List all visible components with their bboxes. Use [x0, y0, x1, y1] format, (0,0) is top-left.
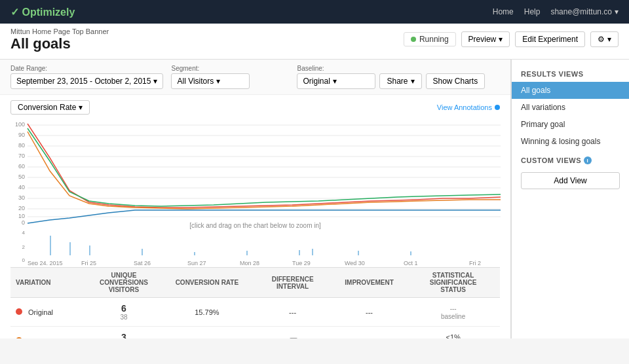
svg-text:Tue 29: Tue 29: [292, 260, 311, 265]
show-charts-button[interactable]: Show Charts: [426, 73, 486, 89]
gear-button[interactable]: ⚙ ▾: [590, 31, 619, 47]
svg-text:40: 40: [18, 184, 25, 191]
svg-rect-40: [312, 249, 313, 255]
share-button[interactable]: Share ▾: [379, 73, 421, 89]
variation-name: Original: [28, 308, 53, 316]
top-nav-right: Home Help shane@mittun.co ▾: [493, 7, 619, 16]
date-range-select[interactable]: September 23, 2015 - October 2, 2015 ▾: [10, 73, 163, 89]
svg-text:Sep 24, 2015: Sep 24, 2015: [28, 260, 63, 265]
date-chevron: ▾: [153, 77, 157, 86]
svg-text:50: 50: [18, 173, 25, 180]
variation-name-cell: Original: [10, 298, 87, 327]
segment-label: Segment:: [171, 65, 250, 72]
variation-name: Variation #1: [28, 337, 66, 339]
chart-svg: 100 90 80 70 60 50 40 30 20 10 0: [10, 118, 502, 227]
date-range-group: Date Range: September 23, 2015 - October…: [10, 65, 163, 89]
svg-text:80: 80: [18, 142, 25, 149]
table-row: Variation #1 3 28 10.71%: [10, 327, 500, 339]
svg-rect-38: [246, 251, 248, 255]
edit-experiment-button[interactable]: Edit Experiment: [515, 31, 585, 47]
preview-chevron: ▾: [499, 35, 503, 44]
status-badge: Running: [404, 32, 456, 46]
results-views-title: RESULTS VIEWS: [512, 67, 629, 82]
svg-text:10: 10: [18, 213, 25, 219]
svg-text:30: 30: [18, 194, 25, 201]
mini-chart-svg: 4 2 0 Sep 24, 2015 Fri 25: [10, 229, 502, 265]
diff-bar-svg: [267, 337, 319, 339]
user-menu[interactable]: shane@mittun.co ▾: [550, 7, 619, 16]
segment-value: All Visitors: [177, 77, 214, 86]
svg-rect-33: [50, 236, 51, 255]
col-conversions: UNIQUECONVERSIONSVISITORS: [87, 268, 161, 298]
preview-button[interactable]: Preview ▾: [461, 31, 510, 47]
col-improvement: IMPROVEMENT: [332, 268, 406, 298]
col-significance: STATISTICALSIGNIFICANCESTATUS: [406, 268, 500, 298]
share-chevron: ▾: [411, 77, 415, 86]
var-dot-red: [16, 308, 22, 315]
main-chart: 100 90 80 70 60 50 40 30 20 10 0: [10, 118, 500, 229]
chart-area: Conversion Rate ▾ View Annotations 100 9…: [0, 95, 510, 338]
svg-text:90: 90: [18, 132, 25, 138]
svg-rect-39: [299, 250, 300, 255]
variation-name-cell: Variation #1: [10, 327, 87, 339]
conversion-rate-cell: 10.71%: [161, 327, 253, 339]
col-variation: VARIATION: [10, 268, 87, 298]
svg-text:0: 0: [22, 257, 26, 263]
gear-chevron: ▾: [607, 35, 611, 44]
svg-text:20: 20: [18, 205, 25, 211]
sidebar-item-winning-losing[interactable]: Winning & losing goals: [512, 133, 629, 150]
baseline-select[interactable]: Original ▾: [297, 73, 375, 89]
segment-group: Segment: All Visitors ▾: [171, 65, 250, 89]
table-row: Original 6 38 15.79% --- --- ---baseline: [10, 298, 500, 327]
svg-text:100: 100: [15, 121, 25, 128]
segment-select[interactable]: All Visitors ▾: [171, 73, 250, 89]
date-range-label: Date Range:: [10, 65, 163, 72]
svg-text:Mon 28: Mon 28: [240, 260, 259, 265]
conversions-cell: 3 28: [87, 327, 161, 339]
svg-text:Fri 2: Fri 2: [469, 260, 481, 265]
svg-rect-42: [410, 251, 411, 255]
svg-rect-37: [194, 252, 195, 255]
svg-rect-35: [89, 246, 90, 255]
custom-views-title: CUSTOM VIEWS i: [512, 150, 629, 168]
conversions-cell: 6 38: [87, 298, 161, 327]
sidebar-item-primary-goal[interactable]: Primary goal: [512, 116, 629, 133]
add-view-button[interactable]: Add View: [521, 172, 620, 189]
col-diff-interval: DIFFERENCEINTERVAL: [253, 268, 332, 298]
sidebar-item-all-variations[interactable]: All variations: [512, 99, 629, 116]
view-annotations-link[interactable]: View Annotations: [437, 103, 500, 111]
significance-cell: ---baseline: [406, 298, 500, 327]
svg-text:Fri 25: Fri 25: [81, 260, 96, 265]
main-layout: Date Range: September 23, 2015 - October…: [0, 60, 629, 338]
experiment-name: Mittun Home Page Top Banner: [10, 27, 109, 35]
svg-text:Sun 27: Sun 27: [187, 260, 206, 265]
gear-icon: ⚙: [598, 35, 605, 44]
status-dot: [411, 37, 416, 42]
mini-chart: 4 2 0 Sep 24, 2015 Fri 25: [10, 229, 500, 267]
user-menu-chevron: ▾: [615, 7, 619, 16]
svg-rect-34: [69, 242, 71, 255]
segment-chevron: ▾: [216, 77, 220, 86]
svg-text:4: 4: [22, 230, 26, 236]
svg-rect-53: [290, 338, 297, 339]
significance-cell: <1% ~ 187 visitors remaining.: [406, 327, 500, 339]
baseline-value: Original: [303, 77, 330, 86]
svg-text:60: 60: [18, 163, 25, 170]
annotation-dot: [495, 105, 500, 110]
diff-interval-cell: ---: [253, 298, 332, 327]
home-link[interactable]: Home: [493, 7, 514, 16]
sidebar-item-all-goals[interactable]: All goals: [512, 82, 629, 99]
page-title: All goals: [10, 35, 109, 52]
col-conversion-rate: CONVERSION RATE: [161, 268, 253, 298]
var-dot-orange: [16, 337, 22, 339]
results-table: VARIATION UNIQUECONVERSIONSVISITORS CONV…: [10, 267, 500, 338]
sub-header: Mittun Home Page Top Banner All goals Ru…: [0, 24, 629, 60]
logo: ✓ Optimizely: [10, 6, 75, 18]
conversion-rate-button[interactable]: Conversion Rate ▾: [10, 100, 90, 115]
help-link[interactable]: Help: [524, 7, 541, 16]
improvement-cell: ---: [332, 298, 406, 327]
date-range-value: September 23, 2015 - October 2, 2015: [16, 77, 151, 86]
sidebar: RESULTS VIEWS All goals All variations P…: [511, 60, 629, 338]
status-label: Running: [419, 35, 449, 44]
diff-interval-cell: [253, 327, 332, 339]
